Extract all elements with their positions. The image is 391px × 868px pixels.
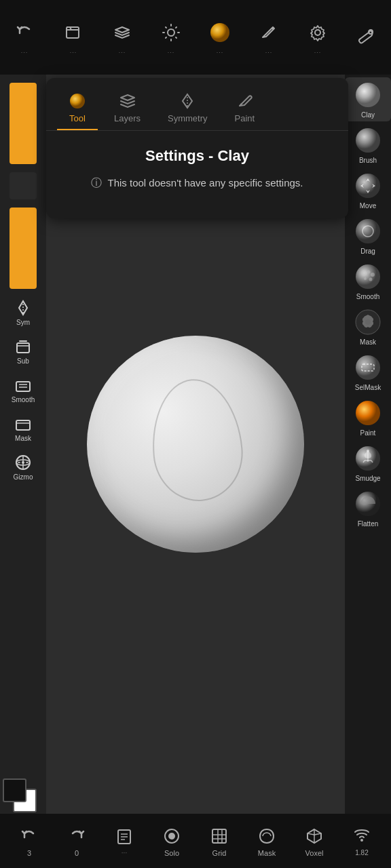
right-smooth-button[interactable]: Smooth: [345, 259, 391, 303]
svg-point-33: [364, 277, 367, 280]
svg-point-30: [362, 271, 366, 275]
svg-rect-15: [16, 382, 30, 391]
svg-point-12: [369, 30, 373, 34]
bottom-documents-button[interactable]: ···: [107, 825, 141, 856]
bottom-wi-button[interactable]: 1.82: [345, 825, 379, 856]
right-flatten-label: Flatten: [358, 520, 379, 528]
top-edit-button[interactable]: ...: [257, 20, 281, 54]
panel-tab-tool-label: Tool: [69, 113, 86, 123]
right-selmask-label: SelMask: [355, 384, 381, 391]
top-lighting-button[interactable]: ...: [159, 20, 183, 54]
bottom-solo-button[interactable]: Solo: [155, 825, 189, 857]
svg-point-29: [356, 264, 380, 289]
svg-point-59: [360, 839, 363, 842]
right-smudge-label: Smudge: [355, 475, 380, 482]
left-sub-button[interactable]: Sub: [0, 333, 46, 369]
svg-point-10: [210, 23, 229, 42]
bottom-grid-button[interactable]: Grid: [202, 825, 236, 857]
right-sidebar: Clay Brush: [345, 75, 391, 814]
primary-color-swatch[interactable]: [10, 83, 37, 164]
right-smudge-button[interactable]: Smudge: [345, 441, 391, 485]
top-settings-button[interactable]: ...: [305, 20, 330, 54]
svg-point-39: [356, 401, 380, 425]
top-lighting-dots: ...: [168, 47, 175, 54]
bottom-mask-button[interactable]: Mask: [250, 825, 284, 857]
svg-point-34: [369, 278, 373, 281]
svg-point-31: [367, 271, 371, 274]
right-move-button[interactable]: Move: [345, 168, 391, 212]
secondary-color-swatch[interactable]: [10, 172, 37, 199]
top-wrench-button[interactable]: [354, 25, 379, 50]
color-palette[interactable]: [3, 778, 37, 812]
bottom-mask-label: Mask: [258, 849, 276, 857]
right-smooth-label: Smooth: [356, 293, 379, 300]
documents-dots: ···: [122, 849, 127, 856]
right-mask-label: Mask: [360, 338, 376, 346]
svg-line-9: [166, 37, 166, 38]
top-undo-dots: ...: [21, 47, 29, 54]
sculpture: [87, 336, 304, 553]
right-drag-label: Drag: [360, 248, 375, 255]
top-edit-dots: ...: [265, 47, 273, 54]
top-layers-button[interactable]: ...: [110, 20, 134, 54]
bottom-redo-button[interactable]: 0: [60, 825, 94, 857]
svg-point-25: [356, 128, 380, 153]
right-flatten-button[interactable]: Flatten: [345, 486, 391, 530]
top-undo-button[interactable]: ...: [12, 20, 37, 54]
left-sub-label: Sub: [17, 357, 29, 365]
top-files-button[interactable]: ...: [61, 20, 86, 54]
panel-tab-symmetry-label: Symmetry: [168, 113, 208, 123]
svg-rect-16: [16, 420, 30, 430]
right-move-label: Move: [360, 202, 376, 210]
panel-info: ⓘ This tool doesn't have any specific se…: [60, 176, 335, 191]
svg-rect-0: [67, 27, 79, 38]
svg-line-6: [166, 27, 166, 28]
bottom-undo-button[interactable]: 3: [12, 825, 46, 857]
svg-line-7: [176, 37, 176, 38]
svg-point-53: [168, 833, 175, 840]
third-color-swatch[interactable]: [10, 208, 37, 289]
left-smooth-label: Smooth: [12, 396, 35, 403]
right-clay-label: Clay: [361, 111, 375, 119]
left-mask-label: Mask: [15, 435, 31, 442]
svg-point-24: [356, 83, 380, 107]
bottom-grid-label: Grid: [212, 849, 227, 857]
left-mask-button[interactable]: Mask: [0, 410, 46, 446]
left-gizmo-button[interactable]: Gizmo: [0, 449, 46, 485]
bottom-toolbar: 3 0 ···: [0, 814, 391, 868]
bottom-wi-value: 1.82: [355, 849, 368, 856]
panel-tab-paint[interactable]: Paint: [224, 86, 266, 130]
panel-content: Settings - Clay ⓘ This tool doesn't have…: [46, 131, 348, 208]
left-smooth-button[interactable]: Smooth: [0, 372, 46, 408]
svg-point-1: [168, 29, 174, 36]
right-drag-button[interactable]: Drag: [345, 214, 391, 258]
panel-title: Settings - Clay: [60, 147, 335, 165]
svg-rect-54: [212, 829, 226, 843]
panel-tab-layers[interactable]: Layers: [103, 86, 151, 130]
left-sym-button[interactable]: Sym: [0, 294, 46, 330]
bottom-voxel-label: Voxel: [305, 849, 324, 857]
right-paint-button[interactable]: Paint: [345, 395, 391, 439]
svg-point-11: [315, 30, 320, 35]
bottom-solo-label: Solo: [164, 849, 179, 857]
info-icon: ⓘ: [91, 176, 102, 191]
left-gizmo-label: Gizmo: [14, 473, 33, 481]
panel-desc: This tool doesn't have any specific sett…: [107, 176, 303, 191]
top-clay-button[interactable]: ...: [208, 20, 232, 54]
svg-point-37: [356, 355, 380, 380]
svg-rect-14: [17, 343, 29, 353]
right-mask-button[interactable]: Mask: [345, 304, 391, 349]
panel-tab-symmetry[interactable]: Symmetry: [157, 86, 219, 130]
panel-tab-layers-label: Layers: [114, 113, 141, 123]
right-clay-button[interactable]: Clay: [345, 77, 391, 121]
top-layers-dots: ...: [119, 47, 126, 54]
right-brush-button[interactable]: Brush: [345, 123, 391, 167]
panel-tab-tool[interactable]: Tool: [57, 86, 98, 130]
svg-point-45: [70, 94, 85, 108]
undo-count: 3: [27, 849, 31, 857]
bottom-voxel-button[interactable]: Voxel: [297, 825, 331, 857]
right-selmask-button[interactable]: SelMask: [345, 350, 391, 394]
right-brush-label: Brush: [359, 157, 377, 164]
panel-tabs: Tool Layers Symmetry: [46, 78, 348, 131]
left-sidebar: Sym Sub Smooth Mask: [0, 75, 46, 814]
